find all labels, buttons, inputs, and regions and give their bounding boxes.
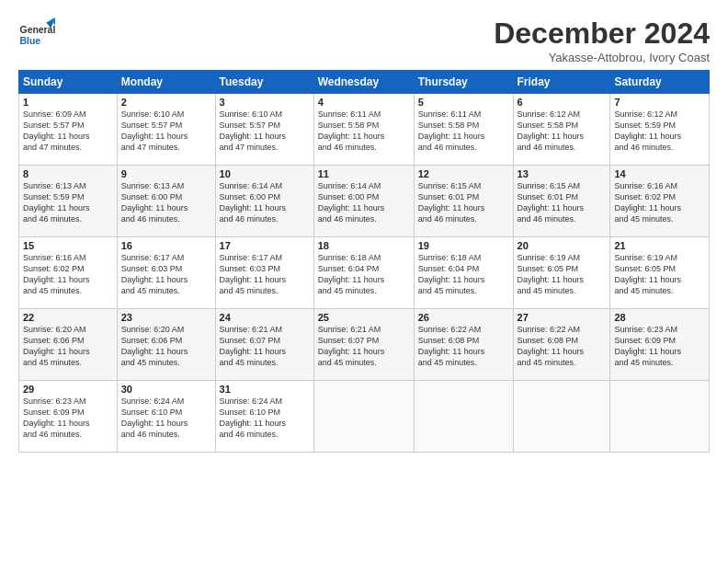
day-info: Sunrise: 6:18 AM Sunset: 6:04 PM Dayligh… (318, 252, 410, 297)
day-info: Sunrise: 6:20 AM Sunset: 6:06 PM Dayligh… (23, 324, 113, 369)
calendar-cell: 27Sunrise: 6:22 AM Sunset: 6:08 PM Dayli… (513, 309, 610, 381)
calendar-cell: 31Sunrise: 6:24 AM Sunset: 6:10 PM Dayli… (215, 381, 313, 453)
day-number: 1 (23, 97, 113, 108)
header-friday: Friday (513, 71, 610, 94)
month-title: December 2024 (494, 17, 710, 51)
day-info: Sunrise: 6:20 AM Sunset: 6:06 PM Dayligh… (121, 324, 211, 369)
day-info: Sunrise: 6:17 AM Sunset: 6:03 PM Dayligh… (220, 252, 310, 297)
day-number: 8 (23, 168, 113, 179)
day-info: Sunrise: 6:22 AM Sunset: 6:08 PM Dayligh… (418, 324, 509, 369)
calendar-cell: 22Sunrise: 6:20 AM Sunset: 6:06 PM Dayli… (19, 309, 118, 381)
day-number: 29 (23, 384, 113, 395)
calendar-table: Sunday Monday Tuesday Wednesday Thursday… (18, 70, 710, 453)
calendar-cell: 16Sunrise: 6:17 AM Sunset: 6:03 PM Dayli… (117, 237, 215, 309)
calendar-cell (414, 381, 513, 453)
calendar-week-row: 15Sunrise: 6:16 AM Sunset: 6:02 PM Dayli… (19, 237, 710, 309)
day-info: Sunrise: 6:11 AM Sunset: 5:58 PM Dayligh… (318, 109, 410, 154)
calendar-cell: 19Sunrise: 6:18 AM Sunset: 6:04 PM Dayli… (414, 237, 513, 309)
calendar-cell: 29Sunrise: 6:23 AM Sunset: 6:09 PM Dayli… (19, 381, 118, 453)
calendar-cell: 3Sunrise: 6:10 AM Sunset: 5:57 PM Daylig… (215, 94, 313, 166)
day-number: 13 (518, 168, 607, 179)
calendar-cell: 6Sunrise: 6:12 AM Sunset: 5:58 PM Daylig… (513, 94, 610, 166)
day-number: 19 (418, 240, 509, 251)
day-number: 20 (518, 240, 607, 251)
day-info: Sunrise: 6:14 AM Sunset: 6:00 PM Dayligh… (220, 180, 310, 225)
page: General Blue December 2024 Yakasse-Attob… (0, 0, 728, 563)
header-saturday: Saturday (610, 71, 710, 94)
day-info: Sunrise: 6:10 AM Sunset: 5:57 PM Dayligh… (220, 109, 310, 154)
day-info: Sunrise: 6:10 AM Sunset: 5:57 PM Dayligh… (121, 109, 211, 154)
calendar-cell: 7Sunrise: 6:12 AM Sunset: 5:59 PM Daylig… (610, 94, 710, 166)
day-number: 27 (518, 312, 607, 323)
calendar-cell (513, 381, 610, 453)
header-sunday: Sunday (19, 71, 118, 94)
day-number: 12 (418, 168, 509, 179)
calendar-cell: 13Sunrise: 6:15 AM Sunset: 6:01 PM Dayli… (513, 166, 610, 237)
day-number: 26 (418, 312, 509, 323)
day-info: Sunrise: 6:19 AM Sunset: 6:05 PM Dayligh… (518, 252, 607, 297)
calendar-header: Sunday Monday Tuesday Wednesday Thursday… (19, 71, 710, 94)
day-info: Sunrise: 6:23 AM Sunset: 6:09 PM Dayligh… (23, 396, 113, 441)
header-thursday: Thursday (414, 71, 513, 94)
calendar-cell: 17Sunrise: 6:17 AM Sunset: 6:03 PM Dayli… (215, 237, 313, 309)
day-number: 3 (220, 97, 310, 108)
day-info: Sunrise: 6:12 AM Sunset: 5:58 PM Dayligh… (518, 109, 607, 154)
calendar-cell: 8Sunrise: 6:13 AM Sunset: 5:59 PM Daylig… (19, 166, 118, 237)
day-info: Sunrise: 6:15 AM Sunset: 6:01 PM Dayligh… (518, 180, 607, 225)
calendar-cell: 14Sunrise: 6:16 AM Sunset: 6:02 PM Dayli… (610, 166, 710, 237)
calendar-cell: 12Sunrise: 6:15 AM Sunset: 6:01 PM Dayli… (414, 166, 513, 237)
day-info: Sunrise: 6:17 AM Sunset: 6:03 PM Dayligh… (121, 252, 211, 297)
calendar-cell: 28Sunrise: 6:23 AM Sunset: 6:09 PM Dayli… (610, 309, 710, 381)
day-number: 9 (121, 168, 211, 179)
calendar-week-row: 29Sunrise: 6:23 AM Sunset: 6:09 PM Dayli… (19, 381, 710, 453)
calendar-cell: 23Sunrise: 6:20 AM Sunset: 6:06 PM Dayli… (117, 309, 215, 381)
day-number: 17 (220, 240, 310, 251)
day-number: 5 (418, 97, 509, 108)
header-tuesday: Tuesday (215, 71, 313, 94)
calendar-body: 1Sunrise: 6:09 AM Sunset: 5:57 PM Daylig… (19, 94, 710, 453)
day-number: 24 (220, 312, 310, 323)
day-number: 11 (318, 168, 410, 179)
day-info: Sunrise: 6:16 AM Sunset: 6:02 PM Dayligh… (23, 252, 113, 297)
calendar-cell: 26Sunrise: 6:22 AM Sunset: 6:08 PM Dayli… (414, 309, 513, 381)
day-info: Sunrise: 6:13 AM Sunset: 5:59 PM Dayligh… (23, 180, 113, 225)
day-info: Sunrise: 6:15 AM Sunset: 6:01 PM Dayligh… (418, 180, 509, 225)
calendar-cell: 21Sunrise: 6:19 AM Sunset: 6:05 PM Dayli… (610, 237, 710, 309)
calendar-cell: 25Sunrise: 6:21 AM Sunset: 6:07 PM Dayli… (313, 309, 414, 381)
calendar-cell: 5Sunrise: 6:11 AM Sunset: 5:58 PM Daylig… (414, 94, 513, 166)
calendar-cell: 30Sunrise: 6:24 AM Sunset: 6:10 PM Dayli… (117, 381, 215, 453)
calendar-cell: 24Sunrise: 6:21 AM Sunset: 6:07 PM Dayli… (215, 309, 313, 381)
day-info: Sunrise: 6:24 AM Sunset: 6:10 PM Dayligh… (220, 396, 310, 441)
day-number: 31 (220, 384, 310, 395)
day-info: Sunrise: 6:12 AM Sunset: 5:59 PM Dayligh… (614, 109, 705, 154)
day-number: 18 (318, 240, 410, 251)
day-info: Sunrise: 6:09 AM Sunset: 5:57 PM Dayligh… (23, 109, 113, 154)
day-number: 16 (121, 240, 211, 251)
day-number: 10 (220, 168, 310, 179)
calendar-cell (610, 381, 710, 453)
day-info: Sunrise: 6:21 AM Sunset: 6:07 PM Dayligh… (318, 324, 410, 369)
day-number: 4 (318, 97, 410, 108)
header: General Blue December 2024 Yakasse-Attob… (18, 17, 710, 64)
day-number: 23 (121, 312, 211, 323)
weekday-header-row: Sunday Monday Tuesday Wednesday Thursday… (19, 71, 710, 94)
calendar-cell: 15Sunrise: 6:16 AM Sunset: 6:02 PM Dayli… (19, 237, 118, 309)
day-info: Sunrise: 6:11 AM Sunset: 5:58 PM Dayligh… (418, 109, 509, 154)
day-info: Sunrise: 6:19 AM Sunset: 6:05 PM Dayligh… (614, 252, 705, 297)
day-info: Sunrise: 6:21 AM Sunset: 6:07 PM Dayligh… (220, 324, 310, 369)
calendar-cell: 1Sunrise: 6:09 AM Sunset: 5:57 PM Daylig… (19, 94, 118, 166)
day-number: 25 (318, 312, 410, 323)
location-subtitle: Yakasse-Attobrou, Ivory Coast (494, 51, 710, 64)
day-info: Sunrise: 6:16 AM Sunset: 6:02 PM Dayligh… (614, 180, 705, 225)
day-number: 21 (614, 240, 705, 251)
calendar-cell: 9Sunrise: 6:13 AM Sunset: 6:00 PM Daylig… (117, 166, 215, 237)
calendar-cell: 2Sunrise: 6:10 AM Sunset: 5:57 PM Daylig… (117, 94, 215, 166)
calendar-cell (313, 381, 414, 453)
svg-text:Blue: Blue (20, 36, 41, 46)
logo-icon: General Blue (18, 17, 55, 53)
day-number: 14 (614, 168, 705, 179)
calendar-cell: 20Sunrise: 6:19 AM Sunset: 6:05 PM Dayli… (513, 237, 610, 309)
day-number: 15 (23, 240, 113, 251)
calendar-cell: 4Sunrise: 6:11 AM Sunset: 5:58 PM Daylig… (313, 94, 414, 166)
header-monday: Monday (117, 71, 215, 94)
